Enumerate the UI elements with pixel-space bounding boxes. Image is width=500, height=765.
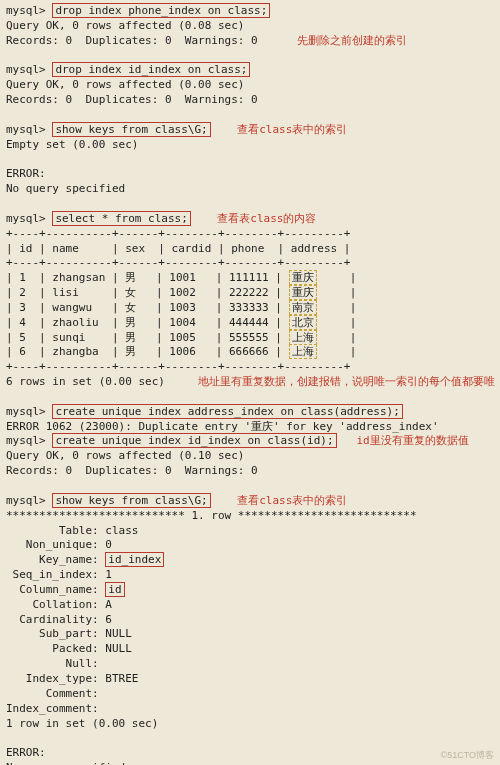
table-row: | 5 | sunqi | 男 | 1005 | 555555 | 上海 | <box>6 331 494 346</box>
key-name-value: id_index <box>105 552 164 567</box>
blank-line <box>6 390 494 405</box>
table-border: +----+----------+------+--------+-------… <box>6 227 494 242</box>
result-line: Records: 0 Duplicates: 0 Warnings: 0 先删除… <box>6 34 494 49</box>
blank-line <box>6 108 494 123</box>
field-line: Column_name: id <box>6 583 494 598</box>
field-line: Key_name: id_index <box>6 553 494 568</box>
error-line: ERROR 1062 (23000): Duplicate entry '重庆'… <box>6 420 494 435</box>
field-line: Comment: <box>6 687 494 702</box>
table-header: | id | name | sex | cardid | phone | add… <box>6 242 494 257</box>
field-line: Non_unique: 0 <box>6 538 494 553</box>
table-row: | 2 | lisi | 女 | 1002 | 222222 | 重庆 | <box>6 286 494 301</box>
cmd-create-address-index: create unique index address_index on cla… <box>52 404 402 419</box>
field-line: Index_comment: <box>6 702 494 717</box>
field-line: Table: class <box>6 524 494 539</box>
field-line: Cardinality: 6 <box>6 613 494 628</box>
address-cell: 北京 <box>289 315 317 330</box>
field-line: Seq_in_index: 1 <box>6 568 494 583</box>
annotation-view-table: 查看表class的内容 <box>217 212 316 225</box>
cmd-line-show-keys2: mysql> show keys from class\G; 查看class表中… <box>6 494 494 509</box>
cmd-line-drop-phone: mysql> drop index phone_index on class; <box>6 4 494 19</box>
field-line: Null: <box>6 657 494 672</box>
address-cell: 重庆 <box>289 270 317 285</box>
annotation-duplicate-addr: 地址里有重复数据，创建报错，说明唯一索引的每个值都要唯 <box>198 375 495 388</box>
result-line: Query OK, 0 rows affected (0.10 sec) <box>6 449 494 464</box>
error-line: ERROR: <box>6 746 494 761</box>
cmd-line-create-id: mysql> create unique index id_index on c… <box>6 434 494 449</box>
blank-line <box>6 197 494 212</box>
column-name-value: id <box>105 582 124 597</box>
annotation-view-keys2: 查看class表中的索引 <box>237 494 347 507</box>
cmd-line-select: mysql> select * from class; 查看表class的内容 <box>6 212 494 227</box>
annotation-delete-first: 先删除之前创建的索引 <box>297 34 407 47</box>
field-line: Sub_part: NULL <box>6 627 494 642</box>
blank-line <box>6 731 494 746</box>
table-border: +----+----------+------+--------+-------… <box>6 256 494 271</box>
cmd-line-show-keys: mysql> show keys from class\G; 查看class表中… <box>6 123 494 138</box>
error-line: ERROR: <box>6 167 494 182</box>
blank-line <box>6 479 494 494</box>
cmd-create-id-index: create unique index id_index on class(id… <box>52 433 336 448</box>
table-footer: 6 rows in set (0.00 sec) 地址里有重复数据，创建报错，说… <box>6 375 494 390</box>
watermark: ©51CTO博客 <box>441 749 494 761</box>
cmd-line-drop-id: mysql> drop index id_index on class; <box>6 63 494 78</box>
field-line: Packed: NULL <box>6 642 494 657</box>
address-cell: 重庆 <box>289 285 317 300</box>
blank-line <box>6 152 494 167</box>
table-border: +----+----------+------+--------+-------… <box>6 360 494 375</box>
cmd-select-class: select * from class; <box>52 211 190 226</box>
result-line: Query OK, 0 rows affected (0.08 sec) <box>6 19 494 34</box>
table-row: | 1 | zhangsan | 男 | 1001 | 111111 | 重庆 … <box>6 271 494 286</box>
result-line: Empty set (0.00 sec) <box>6 138 494 153</box>
result-line: 1 row in set (0.00 sec) <box>6 717 494 732</box>
starline: *************************** 1. row *****… <box>6 509 494 524</box>
field-line: Collation: A <box>6 598 494 613</box>
cmd-show-keys: show keys from class\G; <box>52 122 210 137</box>
table-row: | 4 | zhaoliu | 男 | 1004 | 444444 | 北京 | <box>6 316 494 331</box>
error-line: No query specified <box>6 182 494 197</box>
result-line: Records: 0 Duplicates: 0 Warnings: 0 <box>6 93 494 108</box>
annotation-view-keys: 查看class表中的索引 <box>237 123 347 136</box>
cmd-show-keys2: show keys from class\G; <box>52 493 210 508</box>
address-cell: 上海 <box>289 330 317 345</box>
field-line: Index_type: BTREE <box>6 672 494 687</box>
cmd-drop-phone-index: drop index phone_index on class; <box>52 3 270 18</box>
mysql-prompt: mysql> <box>6 4 46 17</box>
annotation-id-no-dup: id里没有重复的数据值 <box>356 434 468 447</box>
blank-line <box>6 49 494 64</box>
result-line: Query OK, 0 rows affected (0.00 sec) <box>6 78 494 93</box>
error-line: No query specified <box>6 761 494 765</box>
cmd-drop-id-index: drop index id_index on class; <box>52 62 250 77</box>
address-cell: 南京 <box>289 300 317 315</box>
table-row: | 3 | wangwu | 女 | 1003 | 333333 | 南京 | <box>6 301 494 316</box>
cmd-line-create-addr: mysql> create unique index address_index… <box>6 405 494 420</box>
result-line: Records: 0 Duplicates: 0 Warnings: 0 <box>6 464 494 479</box>
table-row: | 6 | zhangba | 男 | 1006 | 666666 | 上海 | <box>6 345 494 360</box>
address-cell: 上海 <box>289 344 317 359</box>
